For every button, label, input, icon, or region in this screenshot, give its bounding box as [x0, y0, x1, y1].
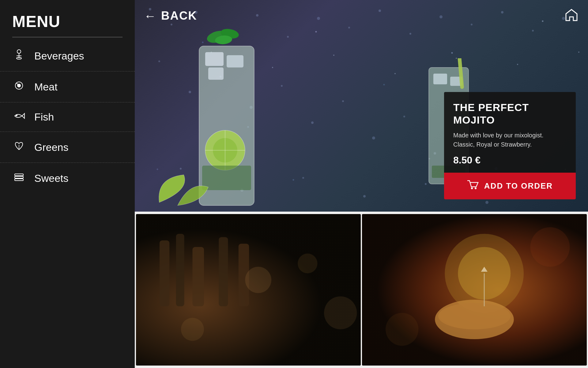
back-label: BACK [161, 9, 197, 22]
sidebar-item-sweets[interactable]: Sweets [0, 163, 135, 194]
svg-point-44 [363, 195, 366, 197]
svg-rect-11 [15, 179, 23, 181]
svg-point-83 [181, 318, 204, 341]
svg-point-51 [394, 73, 396, 74]
greens-label: Greens [34, 141, 69, 153]
svg-rect-68 [433, 74, 447, 84]
svg-point-13 [171, 24, 172, 25]
sidebar-item-greens[interactable]: Greens [0, 132, 135, 163]
product-card: THE PERFECT MOJITO Made with love by our… [444, 92, 576, 199]
svg-point-43 [302, 177, 304, 179]
svg-rect-75 [160, 240, 169, 306]
thumbnails-section [135, 212, 588, 368]
svg-point-5 [17, 84, 21, 87]
svg-point-82 [324, 296, 357, 329]
sidebar-item-meat[interactable]: Meat [0, 71, 135, 102]
thumbnail-2[interactable] [362, 214, 587, 366]
svg-point-20 [379, 10, 381, 12]
svg-point-81 [298, 254, 317, 273]
fish-label: Fish [34, 111, 54, 123]
cart-icon [467, 180, 479, 192]
svg-point-72 [471, 187, 473, 189]
sidebar: MENU Beverages Meat [0, 0, 135, 368]
svg-rect-58 [208, 67, 224, 80]
product-title: THE PERFECT MOJITO [453, 101, 567, 126]
thumbnail-1-bg [136, 214, 361, 366]
beverages-icon [12, 49, 26, 63]
svg-point-88 [438, 303, 511, 329]
product-description: Made with love by our mixologist.Classic… [453, 131, 567, 149]
sweets-label: Sweets [34, 172, 69, 184]
svg-point-73 [475, 187, 477, 189]
sidebar-divider [12, 37, 123, 37]
main-content: ← BACK THE PERFECT MOJITO Made with love… [135, 0, 588, 368]
add-to-order-label: ADD TO ORDER [484, 181, 553, 191]
svg-point-17 [287, 36, 289, 38]
svg-point-41 [180, 168, 182, 170]
svg-point-24 [501, 11, 503, 13]
sidebar-item-beverages[interactable]: Beverages [0, 40, 135, 71]
svg-point-7 [16, 115, 17, 116]
svg-point-32 [311, 121, 314, 124]
svg-point-23 [471, 24, 473, 25]
svg-point-53 [517, 64, 518, 65]
hero-section: ← BACK THE PERFECT MOJITO Made with love… [135, 0, 588, 212]
svg-rect-78 [219, 237, 228, 306]
svg-point-33 [342, 100, 344, 102]
svg-point-91 [530, 227, 570, 267]
svg-point-25 [532, 30, 534, 32]
add-to-order-button[interactable]: ADD TO ORDER [444, 173, 576, 199]
svg-point-18 [317, 17, 320, 20]
beverages-label: Beverages [34, 50, 84, 62]
svg-point-50 [333, 55, 334, 56]
svg-point-46 [485, 201, 488, 204]
svg-point-21 [409, 33, 411, 35]
fish-icon [12, 111, 26, 123]
home-icon [564, 8, 579, 22]
svg-point-27 [158, 60, 160, 62]
svg-point-80 [245, 267, 271, 293]
svg-rect-77 [192, 247, 204, 306]
svg-point-49 [272, 67, 273, 68]
meat-icon [12, 80, 26, 94]
svg-point-19 [348, 27, 350, 29]
sidebar-item-fish[interactable]: Fish [0, 102, 135, 132]
back-arrow-icon: ← [144, 10, 156, 22]
back-button[interactable]: ← BACK [144, 9, 197, 22]
svg-point-16 [256, 14, 258, 17]
menu-title: MENU [0, 12, 135, 37]
svg-point-34 [372, 136, 375, 140]
home-button[interactable] [564, 8, 579, 24]
svg-line-6 [17, 83, 18, 84]
svg-rect-76 [176, 234, 184, 306]
svg-point-0 [17, 50, 21, 53]
svg-rect-57 [227, 55, 243, 67]
svg-point-54 [578, 52, 579, 53]
thumbnail-2-bg [362, 214, 587, 366]
svg-point-28 [189, 91, 191, 93]
svg-rect-56 [205, 52, 224, 66]
svg-point-35 [403, 116, 405, 117]
svg-point-31 [281, 85, 283, 87]
meat-label: Meat [34, 81, 58, 93]
greens-icon [12, 140, 26, 154]
thumbnail-1[interactable] [136, 214, 361, 366]
svg-point-22 [439, 15, 443, 18]
svg-rect-9 [15, 174, 23, 176]
svg-point-92 [386, 313, 418, 346]
product-price: 8.50 € [453, 155, 567, 166]
sweets-icon [12, 171, 26, 185]
svg-rect-10 [15, 176, 23, 178]
